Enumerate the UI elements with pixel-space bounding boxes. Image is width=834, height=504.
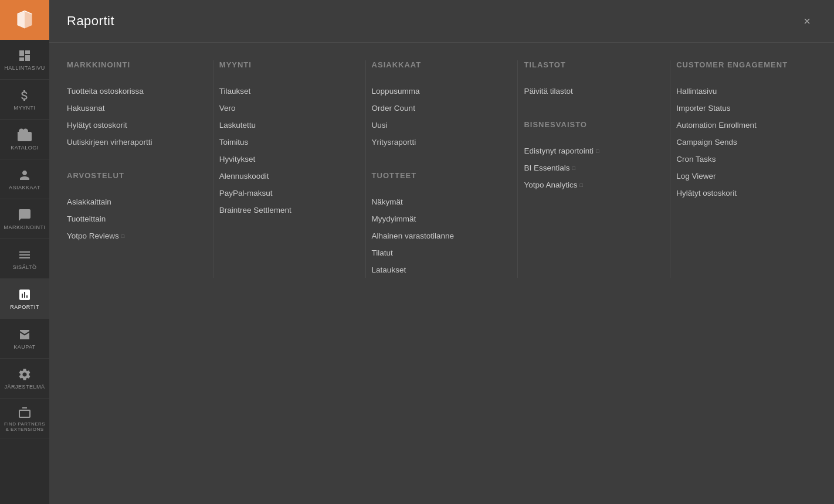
menu-item-importer-status[interactable]: Importer Status: [676, 100, 805, 116]
menu-items-main: TilauksetVeroLaskutettuToimitusHyvitykse…: [219, 83, 348, 218]
menu-items-arvostelut: AsiakkaittainTuotteittainYotpo Reviews□: [67, 194, 195, 244]
menu-item-paivita-tilastot[interactable]: Päivitä tilastot: [524, 83, 652, 99]
menu-column-markkinointi: MarkkinointiTuotteita ostoskorissaHakusa…: [67, 60, 207, 278]
sidebar-item-partners-label: FIND PARTNERS & EXTENSIONS: [2, 422, 47, 433]
menu-column-title-customer-engagement: Customer Engagement: [676, 60, 805, 74]
menu-item-nakymät[interactable]: Näkymät: [372, 194, 500, 210]
menu-section-title-arvostelut: Arvostelut: [67, 171, 195, 185]
page-title: Raportit: [67, 13, 114, 29]
menu-items-main: LoppusummaOrder CountUusiYritysraportti: [372, 83, 500, 150]
sidebar-item-sisalto-label: SISÄLTÖ: [13, 264, 37, 271]
sidebar-item-hallintasivu-label: HALLINTASIVU: [4, 65, 45, 71]
menu-column-myynti: MyyntiTilauksetVeroLaskutettuToimitusHyv…: [219, 60, 360, 278]
menu-items-bisnesvaisto: Edistynyt raportointi□BI Essentials□Yotp…: [524, 143, 652, 193]
menu-item-hakusanat[interactable]: Hakusanat: [67, 100, 195, 116]
menu-item-yritysraportti[interactable]: Yritysraportti: [372, 134, 500, 150]
menu-item-hyvitykset[interactable]: Hyvitykset: [219, 151, 348, 167]
column-divider-0: [213, 60, 213, 278]
sidebar-item-hallintasivu[interactable]: HALLINTASIVU: [0, 40, 49, 80]
sidebar-item-raportit[interactable]: RAPORTIT: [0, 279, 49, 319]
menu-section-title-tuotteet: Tuotteet: [372, 171, 500, 185]
column-divider-3: [670, 60, 670, 278]
sidebar-item-kaupat-label: KAUPAT: [13, 344, 36, 350]
column-divider-1: [365, 60, 366, 278]
menu-column-asiakkaat: AsiakkaatLoppusummaOrder CountUusiYritys…: [372, 60, 512, 278]
main-panel: Raportit × MarkkinointiTuotteita ostosko…: [49, 0, 834, 504]
menu-item-braintree-settlement[interactable]: Braintree Settlement: [219, 202, 348, 218]
menu-item-hallintasivu-ce[interactable]: Hallintasivu: [676, 83, 805, 99]
menu-item-tuotteita-ostoskorissa[interactable]: Tuotteita ostoskorissa: [67, 83, 195, 99]
sidebar-item-katalogi[interactable]: KATALOGI: [0, 120, 49, 159]
menu-items-main: Tuotteita ostoskorissaHakusanatHylätyt o…: [67, 83, 195, 150]
menu-column-title-markkinointi: Markkinointi: [67, 60, 195, 74]
sidebar-item-myynti[interactable]: MYYNTI: [0, 80, 49, 120]
menu-item-asiakkaittain[interactable]: Asiakkaittain: [67, 194, 195, 210]
sidebar-item-markkinointi-label: MARKKINOINTI: [4, 224, 45, 231]
menu-item-campaign-sends[interactable]: Campaign Sends: [676, 134, 805, 150]
sidebar-item-partners[interactable]: FIND PARTNERS & EXTENSIONS: [0, 399, 49, 438]
sidebar-item-sisalto[interactable]: SISÄLTÖ: [0, 239, 49, 279]
menu-item-alhainen-varastotilanne[interactable]: Alhainen varastotilanne: [372, 228, 500, 244]
sidebar-item-raportit-label: RAPORTIT: [10, 304, 39, 311]
menu-item-hylätyt-ostoskorit-ce[interactable]: Hylätyt ostoskorit: [676, 185, 805, 201]
menu-item-automation-enrollment[interactable]: Automation Enrollment: [676, 117, 805, 133]
menu-item-alennuskoodit[interactable]: Alennuskoodit: [219, 168, 348, 184]
sidebar-item-kaupat[interactable]: KAUPAT: [0, 319, 49, 359]
menu-item-edistynyt-raportointi[interactable]: Edistynyt raportointi□: [524, 143, 652, 159]
menu-column-title-tilastot: Tilastot: [524, 60, 652, 74]
menu-item-order-count[interactable]: Order Count: [372, 100, 500, 116]
menu-item-tilaukset[interactable]: Tilaukset: [219, 83, 348, 99]
menu-items-main: Päivitä tilastot: [524, 83, 652, 99]
menu-item-myydyimmat[interactable]: Myydyimmät: [372, 211, 500, 227]
menu-item-loppusumma[interactable]: Loppusumma: [372, 83, 500, 99]
sidebar-item-asiakkaat[interactable]: ASIAKKAAT: [0, 159, 49, 199]
menu-item-uutiskirjeen-virheraportti[interactable]: Uutiskirjeen virheraportti: [67, 134, 195, 150]
sidebar-item-jarjestelma-label: JÄRJESTELMÄ: [4, 384, 45, 390]
menu-item-vero[interactable]: Vero: [219, 100, 348, 116]
sidebar-item-katalogi-label: KATALOGI: [11, 145, 39, 151]
menu-column-customer-engagement: Customer EngagementHallintasivuImporter …: [676, 60, 816, 278]
menu-section-title-bisnesvaisto: Bisnesvaisto: [524, 120, 652, 134]
sidebar: HALLINTASIVU MYYNTI KATALOGI ASIAKKAAT M…: [0, 0, 49, 504]
menu-item-laskutettu[interactable]: Laskutettu: [219, 117, 348, 133]
menu-item-lataukset[interactable]: Lataukset: [372, 262, 500, 278]
sidebar-logo[interactable]: [0, 0, 49, 40]
page-header: Raportit ×: [49, 0, 834, 43]
sidebar-item-myynti-label: MYYNTI: [13, 105, 35, 111]
menu-item-log-viewer[interactable]: Log Viewer: [676, 168, 805, 184]
menu-column-tilastot: TilastotPäivitä tilastotBisnesvaistoEdis…: [524, 60, 664, 278]
menu-grid: MarkkinointiTuotteita ostoskorissaHakusa…: [49, 43, 834, 295]
menu-item-hylätyt-ostoskorit[interactable]: Hylätyt ostoskorit: [67, 117, 195, 133]
sidebar-item-markkinointi[interactable]: MARKKINOINTI: [0, 199, 49, 239]
menu-item-yotpo-reviews[interactable]: Yotpo Reviews□: [67, 228, 195, 244]
menu-column-title-myynti: Myynti: [219, 60, 348, 74]
menu-item-uusi[interactable]: Uusi: [372, 117, 500, 133]
menu-item-cron-tasks[interactable]: Cron Tasks: [676, 151, 805, 167]
menu-item-tuotteittain[interactable]: Tuotteittain: [67, 211, 195, 227]
menu-column-title-asiakkaat: Asiakkaat: [372, 60, 500, 74]
close-button[interactable]: ×: [798, 12, 816, 30]
menu-items-main: HallintasivuImporter StatusAutomation En…: [676, 83, 805, 201]
sidebar-item-asiakkaat-label: ASIAKKAAT: [9, 185, 40, 191]
menu-item-paypal-maksut[interactable]: PayPal-maksut: [219, 185, 348, 201]
menu-item-yotpo-analytics[interactable]: Yotpo Analytics□: [524, 177, 652, 193]
menu-item-bi-essentials[interactable]: BI Essentials□: [524, 160, 652, 176]
menu-items-tuotteet: NäkymätMyydyimmätAlhainen varastotilanne…: [372, 194, 500, 278]
menu-item-toimitus[interactable]: Toimitus: [219, 134, 348, 150]
menu-item-tilatut[interactable]: Tilatut: [372, 245, 500, 261]
sidebar-item-jarjestelma[interactable]: JÄRJESTELMÄ: [0, 359, 49, 399]
column-divider-2: [517, 60, 518, 278]
